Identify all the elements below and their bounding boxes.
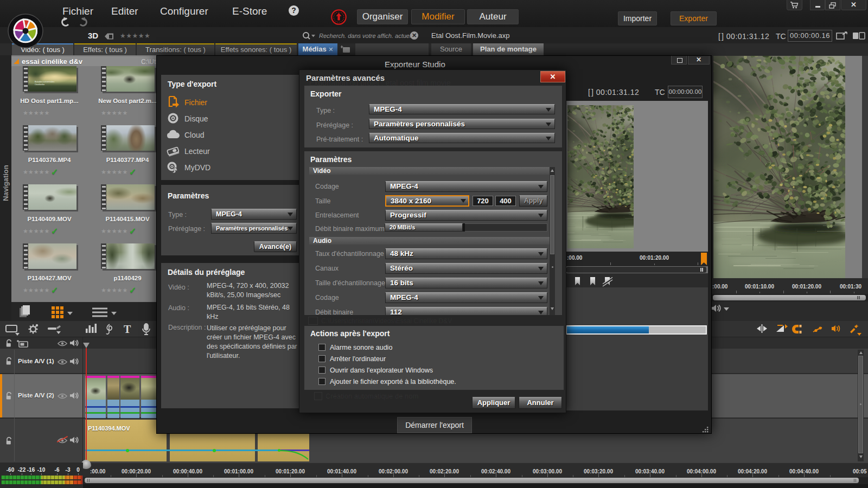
svg-text:T: T [124, 323, 131, 335]
